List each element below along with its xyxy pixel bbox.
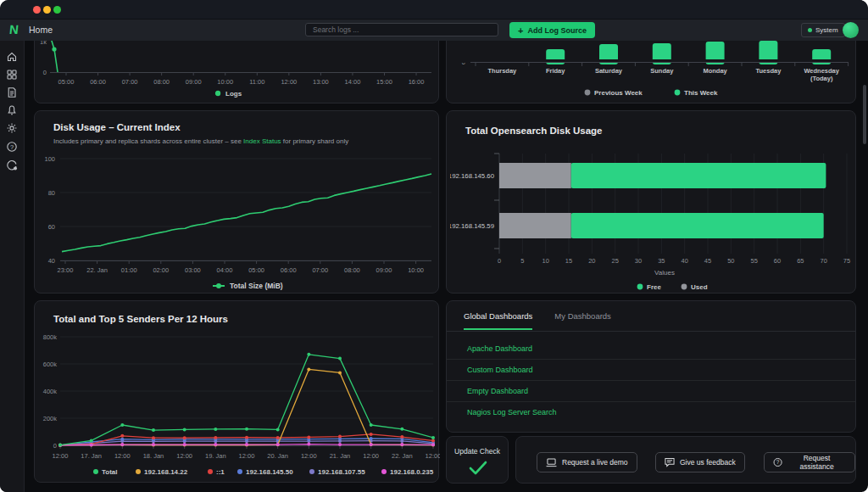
- svg-text:08:00: 08:00: [153, 78, 170, 86]
- svg-text:09:00: 09:00: [376, 266, 392, 274]
- user-avatar[interactable]: [843, 22, 859, 38]
- question-icon: ?: [773, 457, 782, 467]
- svg-text:50: 50: [727, 257, 734, 265]
- panel-logs-timeline: 1k005:0006:0007:0008:0009:0010:0011:0012…: [34, 31, 439, 103]
- svg-text:10: 10: [542, 257, 548, 265]
- panel-logs-per-day: 0ThursdayFridaySaturdaySundayMondayTuesd…: [446, 31, 856, 103]
- svg-text:02:00: 02:00: [153, 266, 169, 274]
- request-demo-button[interactable]: Request a live demo: [537, 452, 637, 472]
- button-label: Request assistance: [787, 454, 846, 471]
- svg-text:?: ?: [776, 459, 780, 465]
- svg-text:16:00: 16:00: [409, 78, 425, 86]
- feedback-button[interactable]: Give us feedback: [655, 452, 745, 472]
- svg-text:04:00: 04:00: [217, 266, 233, 274]
- panel-senders: Total and Top 5 Senders Per 12 Hours 800…: [34, 300, 439, 483]
- svg-text:60: 60: [48, 223, 55, 231]
- svg-text:0: 0: [53, 442, 57, 450]
- svg-text:400k: 400k: [43, 388, 58, 395]
- svg-text:(Today): (Today): [810, 75, 833, 82]
- laptop-icon: [546, 458, 557, 467]
- left-sidebar: ?: [0, 41, 25, 492]
- panel-title: Total and Top 5 Senders Per 12 Hours: [53, 314, 228, 324]
- panel-title: Total Opensearch Disk Usage: [465, 126, 602, 136]
- svg-text:Tuesday: Tuesday: [755, 67, 782, 75]
- svg-text:22. Jan: 22. Jan: [392, 452, 413, 460]
- alerts-bell-icon[interactable]: [6, 104, 18, 116]
- svg-text:60: 60: [774, 257, 781, 265]
- window-titlebar: [0, 0, 868, 20]
- svg-text:35: 35: [658, 257, 665, 265]
- dashboard-link[interactable]: Empty Dashboard: [447, 380, 855, 401]
- svg-text:80: 80: [48, 189, 55, 197]
- svg-text:01:00: 01:00: [121, 266, 137, 274]
- svg-text:22. Jan: 22. Jan: [86, 266, 108, 274]
- updates-icon[interactable]: [6, 159, 18, 171]
- tab-my-dashboards[interactable]: My Dashboards: [554, 311, 611, 330]
- svg-text:15: 15: [565, 257, 572, 265]
- svg-text:25: 25: [611, 257, 618, 265]
- request-assistance-button[interactable]: ? Request assistance: [764, 452, 855, 472]
- home-icon[interactable]: [6, 51, 18, 63]
- svg-text:07:00: 07:00: [122, 78, 138, 86]
- svg-text:21. Jan: 21. Jan: [330, 452, 351, 460]
- svg-text:10:00: 10:00: [217, 78, 233, 86]
- dashboard-link[interactable]: Custom Dashboard: [447, 359, 855, 380]
- system-status-badge[interactable]: System: [801, 23, 845, 37]
- svg-text:10:00: 10:00: [408, 266, 424, 274]
- breadcrumb-home[interactable]: Home: [29, 25, 53, 35]
- settings-gear-icon[interactable]: [6, 122, 18, 134]
- reports-icon[interactable]: [6, 87, 18, 98]
- panel-title: Disk Usage – Current Index: [53, 122, 181, 132]
- scrollbar-thumb[interactable]: [863, 85, 866, 144]
- help-icon[interactable]: ?: [6, 141, 18, 153]
- svg-text:Previous Week: Previous Week: [594, 89, 643, 97]
- svg-text:30: 30: [635, 257, 642, 265]
- svg-text:20. Jan: 20. Jan: [267, 452, 288, 460]
- svg-text:?: ?: [10, 143, 14, 151]
- dashboard-link[interactable]: Apache Dashboard: [447, 338, 855, 359]
- tab-global-dashboards[interactable]: Global Dashboards: [464, 311, 532, 330]
- dashboard-list: Apache DashboardCustom DashboardEmpty Da…: [447, 338, 855, 422]
- dashboards-icon[interactable]: [6, 69, 18, 81]
- svg-text:0: 0: [498, 257, 501, 265]
- feedback-icon: [665, 457, 675, 467]
- svg-text:03:00: 03:00: [185, 266, 201, 274]
- app-header: N Home + Add Log Source System: [0, 20, 868, 41]
- svg-text:Monday: Monday: [703, 67, 727, 75]
- svg-text:Wednesday: Wednesday: [804, 67, 839, 75]
- svg-text:800k: 800k: [43, 333, 58, 341]
- svg-text:20: 20: [588, 257, 595, 265]
- logs-per-day-chart: 0ThursdayFridaySaturdaySundayMondayTuesd…: [450, 38, 854, 104]
- svg-text:09:00: 09:00: [186, 78, 202, 86]
- search-input[interactable]: [305, 23, 498, 36]
- nagios-logo: N: [8, 22, 19, 36]
- svg-text:07:00: 07:00: [312, 266, 328, 274]
- panel-update-check: Update Check: [446, 436, 509, 484]
- maximize-window-button[interactable]: [53, 6, 61, 14]
- button-label: Request a live demo: [562, 458, 628, 467]
- svg-text:This Week: This Week: [684, 89, 718, 97]
- svg-text:Total Size (MiB): Total Size (MiB): [230, 282, 283, 290]
- dashboard-tabs: Global Dashboards My Dashboards: [464, 311, 611, 330]
- add-log-source-button[interactable]: + Add Log Source: [509, 22, 595, 38]
- add-log-source-label: Add Log Source: [527, 26, 587, 35]
- svg-text:12:00: 12:00: [239, 452, 255, 460]
- close-window-button[interactable]: [33, 6, 41, 14]
- svg-text:Sunday: Sunday: [650, 67, 674, 75]
- update-check-title: Update Check: [447, 447, 508, 456]
- panel-subtitle: Includes primary and replica shards acro…: [53, 137, 348, 145]
- panel-opensearch-disk: Total Opensearch Disk Usage 051015202530…: [446, 110, 856, 294]
- index-status-link[interactable]: Index Status: [243, 137, 281, 145]
- status-dot-icon: [808, 28, 812, 32]
- svg-text:65: 65: [797, 257, 804, 265]
- svg-text:192.168.145.60: 192.168.145.60: [450, 172, 495, 180]
- svg-text:192.168.145.50: 192.168.145.50: [246, 468, 293, 476]
- svg-text:192.168.0.235: 192.168.0.235: [390, 468, 434, 476]
- svg-text:06:00: 06:00: [281, 266, 297, 274]
- plus-icon: +: [518, 25, 523, 36]
- dashboard-link[interactable]: Nagios Log Server Search: [447, 401, 855, 422]
- minimize-window-button[interactable]: [43, 6, 51, 14]
- svg-text:40: 40: [48, 257, 55, 265]
- senders-chart: 800k600k400k200k012:0017. Jan12:0018. Ja…: [36, 332, 440, 481]
- svg-text:18. Jan: 18. Jan: [143, 452, 164, 460]
